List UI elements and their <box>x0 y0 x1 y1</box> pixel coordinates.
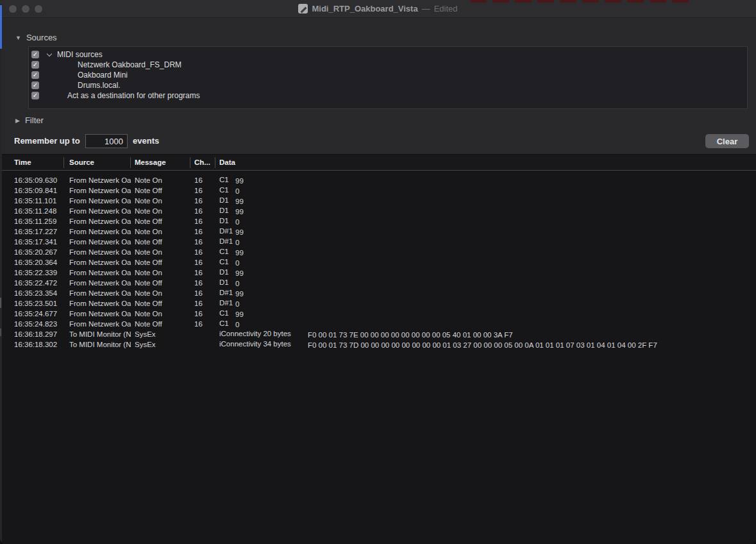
event-row[interactable]: 16:35:09.630 From Netzwerk Oa Note On 16… <box>0 175 756 185</box>
disclosure-triangle-open-icon[interactable]: ▼ <box>15 35 21 41</box>
event-channel: 16 <box>190 279 215 287</box>
event-data: iConnectivity 20 bytesF0 00 01 73 7E 00 … <box>215 330 756 339</box>
chevron-down-icon[interactable] <box>47 52 52 57</box>
background-window-speck <box>0 298 1 308</box>
event-data: C199 <box>215 309 756 318</box>
event-row[interactable]: 16:35:24.823 From Netzwerk Oa Note Off 1… <box>0 319 756 329</box>
close-button[interactable] <box>9 5 17 13</box>
remember-prefix-label: Remember up to <box>14 136 80 146</box>
event-table-header: Time Source Message Ch... Data <box>0 155 756 171</box>
titlebar: Midi_RTP_Oakboard_Vista — Edited <box>0 0 756 18</box>
background-window-blue-edge <box>0 5 2 49</box>
event-table-body: 16:35:09.630 From Netzwerk Oa Note On 16… <box>0 171 756 350</box>
event-source: From Netzwerk Oa <box>64 197 131 205</box>
source-list-item[interactable]: ✓ Act as a destination for other program… <box>29 90 747 101</box>
event-source: To MIDI Monitor (N <box>64 341 131 348</box>
event-channel: 16 <box>190 207 215 215</box>
event-time: 16:35:22.339 <box>0 269 64 276</box>
event-data: D10 <box>215 278 756 287</box>
sources-section-header[interactable]: ▼ Sources <box>15 33 57 42</box>
event-message: Note On <box>131 197 190 205</box>
event-channel: 16 <box>190 238 215 246</box>
event-data-primary: C1 <box>219 258 235 266</box>
event-data-secondary: 99 <box>235 177 244 185</box>
checkbox-checked-icon[interactable]: ✓ <box>31 92 39 99</box>
source-item-label: Netzwerk Oakboard_FS_DRM <box>78 60 181 69</box>
filter-section-label: Filter <box>25 115 44 125</box>
event-source: From Netzwerk Oa <box>64 207 131 215</box>
title-separator: — <box>422 4 430 13</box>
event-data: D#199 <box>215 289 756 298</box>
event-row[interactable]: 16:35:09.841 From Netzwerk Oa Note Off 1… <box>0 185 756 196</box>
event-data-secondary: F0 00 01 73 7D 00 00 00 00 00 00 00 00 0… <box>308 341 657 349</box>
event-time: 16:35:11.248 <box>0 207 64 215</box>
event-data: C10 <box>215 319 756 328</box>
event-channel: 16 <box>190 289 215 297</box>
document-pencil-icon <box>298 4 308 13</box>
event-data-primary: C1 <box>219 186 235 194</box>
event-data: C199 <box>215 248 756 257</box>
minimize-button[interactable] <box>22 5 29 13</box>
filter-section-header[interactable]: ▶ Filter <box>15 115 44 125</box>
event-row[interactable]: 16:35:22.472 From Netzwerk Oa Note Off 1… <box>0 278 756 288</box>
event-data-secondary: 0 <box>235 280 239 287</box>
zoom-button[interactable] <box>35 5 42 13</box>
column-header-channel[interactable]: Ch... <box>190 157 215 168</box>
event-data: C10 <box>215 258 756 267</box>
event-data-secondary: 99 <box>235 290 244 298</box>
event-row[interactable]: 16:35:22.339 From Netzwerk Oa Note On 16… <box>0 268 756 278</box>
event-channel: 16 <box>190 187 215 194</box>
column-header-time[interactable]: Time <box>0 157 64 168</box>
column-header-data[interactable]: Data <box>215 157 756 168</box>
event-data-secondary: 0 <box>235 300 239 308</box>
remember-events-input[interactable] <box>85 134 128 148</box>
event-time: 16:35:11.101 <box>0 197 64 205</box>
checkbox-checked-icon[interactable]: ✓ <box>31 81 39 89</box>
event-data-primary: C1 <box>219 319 235 327</box>
disclosure-triangle-closed-icon[interactable]: ▶ <box>15 117 20 124</box>
window-title: Midi_RTP_Oakboard_Vista <box>312 4 417 13</box>
source-item-label: Act as a destination for other programs <box>67 91 200 100</box>
event-message: Note On <box>131 176 190 184</box>
column-header-source[interactable]: Source <box>64 157 131 168</box>
checkbox-checked-icon[interactable]: ✓ <box>31 51 39 58</box>
clear-button[interactable]: Clear <box>705 134 749 148</box>
source-list-item[interactable]: ✓ Oakboard Mini <box>29 70 747 80</box>
event-row[interactable]: 16:35:20.267 From Netzwerk Oa Note On 16… <box>0 247 756 257</box>
event-row[interactable]: 16:35:11.101 From Netzwerk Oa Note On 16… <box>0 196 756 206</box>
event-data-primary: D#1 <box>219 289 235 296</box>
event-row[interactable]: 16:35:17.227 From Netzwerk Oa Note On 16… <box>0 226 756 237</box>
event-row[interactable]: 16:35:20.364 From Netzwerk Oa Note Off 1… <box>0 257 756 268</box>
source-item-label: Drums.local. <box>78 81 121 90</box>
checkbox-checked-icon[interactable]: ✓ <box>31 71 39 79</box>
source-list-item[interactable]: ✓ Netzwerk Oakboard_FS_DRM <box>29 60 747 70</box>
event-row[interactable]: 16:35:17.341 From Netzwerk Oa Note Off 1… <box>0 237 756 247</box>
event-row[interactable]: 16:36:18.297 To MIDI Monitor (N SysEx iC… <box>0 329 756 339</box>
event-channel: 16 <box>190 228 215 235</box>
source-list-item[interactable]: ✓ Drums.local. <box>29 80 747 90</box>
event-row[interactable]: 16:35:11.259 From Netzwerk Oa Note Off 1… <box>0 216 756 226</box>
event-time: 16:35:09.841 <box>0 187 64 194</box>
event-row[interactable]: 16:35:11.248 From Netzwerk Oa Note On 16… <box>0 206 756 216</box>
edited-badge: Edited <box>434 4 458 13</box>
event-row[interactable]: 16:35:23.501 From Netzwerk Oa Note Off 1… <box>0 298 756 309</box>
column-header-message[interactable]: Message <box>131 157 190 168</box>
event-message: SysEx <box>131 330 190 338</box>
event-data-primary: D1 <box>219 217 235 225</box>
event-data-primary: D1 <box>219 268 235 276</box>
background-window-artifact <box>470 0 694 3</box>
event-message: Note Off <box>131 217 190 225</box>
event-message: Note On <box>131 289 190 297</box>
source-list-item[interactable]: ✓ MIDI sources <box>29 49 747 60</box>
event-source: From Netzwerk Oa <box>64 320 131 328</box>
event-source: From Netzwerk Oa <box>64 259 131 266</box>
event-source: From Netzwerk Oa <box>64 228 131 235</box>
remember-suffix-label: events <box>133 136 159 146</box>
event-row[interactable]: 16:35:24.677 From Netzwerk Oa Note On 16… <box>0 309 756 319</box>
event-data-secondary: 99 <box>235 198 244 205</box>
checkbox-checked-icon[interactable]: ✓ <box>31 61 39 69</box>
event-time: 16:36:18.297 <box>0 330 64 338</box>
event-row[interactable]: 16:36:18.302 To MIDI Monitor (N SysEx iC… <box>0 339 756 350</box>
event-message: Note On <box>131 310 190 318</box>
event-row[interactable]: 16:35:23.354 From Netzwerk Oa Note On 16… <box>0 288 756 298</box>
